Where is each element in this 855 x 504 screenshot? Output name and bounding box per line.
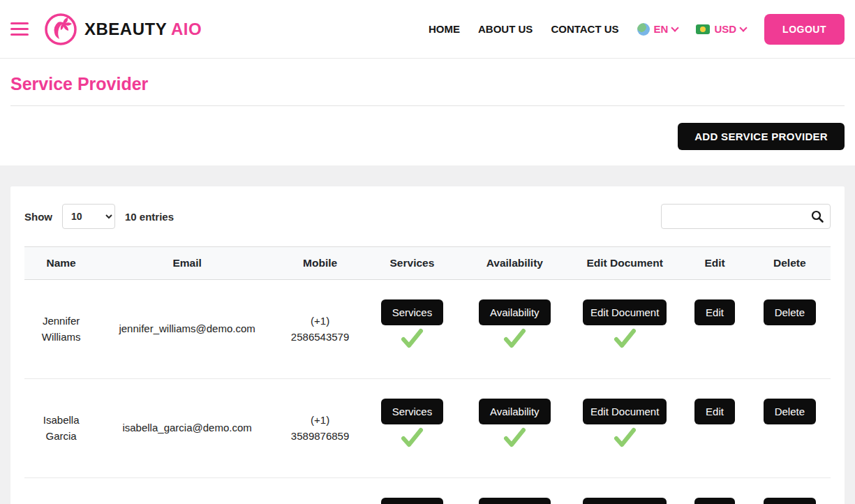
check-icon	[399, 328, 424, 349]
check-icon	[502, 328, 527, 349]
table-row: Jennifer Williams jennifer_williams@demo…	[24, 280, 831, 379]
entries-label: 10 entries	[125, 211, 174, 223]
table-header-row: Name Email Mobile Services Availability …	[24, 247, 831, 280]
check-icon	[612, 427, 637, 448]
chevron-down-icon	[739, 24, 747, 31]
header-name: Name	[24, 247, 98, 280]
page-title: Service Provider	[10, 68, 845, 105]
check-icon	[612, 328, 637, 349]
table-card: Show 10 10 entries Name Email	[10, 186, 845, 504]
edit-document-button[interactable]: Edit Document	[583, 498, 667, 504]
provider-mobile: (+1) 2586543579	[276, 280, 364, 379]
show-label: Show	[24, 211, 52, 223]
menu-icon[interactable]	[10, 22, 29, 36]
search-icon[interactable]	[810, 209, 824, 223]
content-area: Show 10 10 entries Name Email	[0, 165, 855, 504]
check-icon	[502, 427, 527, 448]
nav-contact-us[interactable]: CONTACT US	[551, 23, 618, 35]
delete-button[interactable]: Delete	[764, 498, 816, 504]
language-selector[interactable]: EN	[637, 23, 678, 36]
chevron-down-icon	[671, 24, 679, 31]
search-input[interactable]	[661, 204, 831, 229]
edit-button[interactable]: Edit	[694, 498, 735, 504]
header-delete: Delete	[749, 247, 831, 280]
nav-about-us[interactable]: ABOUT US	[478, 23, 533, 35]
page-size-select[interactable]: 10	[62, 204, 115, 229]
provider-email	[98, 478, 276, 504]
header-mobile: Mobile	[276, 247, 364, 280]
edit-button[interactable]: Edit	[694, 299, 735, 325]
availability-button[interactable]: Availability	[479, 299, 551, 325]
header-edit: Edit	[681, 247, 748, 280]
services-button[interactable]: Services	[381, 299, 444, 325]
top-nav: HOME ABOUT US CONTACT US EN USD LOGOUT	[429, 14, 845, 45]
page-head: Service Provider ADD SERVICE PROVIDER	[0, 59, 855, 165]
brand-logo[interactable]: XBEAUTY AIO	[44, 13, 202, 46]
provider-mobile: (+1)	[276, 478, 364, 504]
check-icon	[399, 427, 424, 448]
currency-selector[interactable]: USD	[696, 23, 746, 35]
provider-name	[24, 478, 98, 504]
header-email: Email	[98, 247, 276, 280]
provider-mobile: (+1) 3589876859	[276, 379, 364, 478]
service-provider-table: Name Email Mobile Services Availability …	[24, 246, 831, 504]
logout-button[interactable]: LOGOUT	[764, 14, 845, 45]
table-row: (+1) Services Availability Edit Document…	[24, 478, 831, 504]
provider-email: jennifer_williams@demo.com	[98, 280, 276, 379]
edit-document-button[interactable]: Edit Document	[583, 399, 667, 424]
banknote-icon	[696, 24, 710, 34]
provider-name: Jennifer Williams	[24, 280, 98, 379]
delete-button[interactable]: Delete	[764, 299, 816, 325]
header-edit-document: Edit Document	[569, 247, 681, 280]
table-controls: Show 10 10 entries	[24, 204, 831, 229]
globe-icon	[637, 23, 650, 36]
edit-document-button[interactable]: Edit Document	[583, 299, 667, 325]
provider-name: Isabella Garcia	[24, 379, 98, 478]
logo-icon	[44, 13, 77, 46]
top-header: XBEAUTY AIO HOME ABOUT US CONTACT US EN …	[0, 0, 855, 59]
services-button[interactable]: Services	[381, 498, 444, 504]
brand-name: XBEAUTY AIO	[84, 20, 202, 39]
edit-button[interactable]: Edit	[694, 399, 735, 424]
availability-button[interactable]: Availability	[479, 399, 551, 424]
header-availability: Availability	[461, 247, 569, 280]
header-services: Services	[364, 247, 460, 280]
services-button[interactable]: Services	[381, 399, 444, 424]
add-service-provider-button[interactable]: ADD SERVICE PROVIDER	[678, 123, 845, 150]
availability-button[interactable]: Availability	[479, 498, 551, 504]
provider-email: isabella_garcia@demo.com	[98, 379, 276, 478]
table-row: Isabella Garcia isabella_garcia@demo.com…	[24, 379, 831, 478]
delete-button[interactable]: Delete	[764, 399, 816, 424]
nav-home[interactable]: HOME	[429, 23, 460, 35]
